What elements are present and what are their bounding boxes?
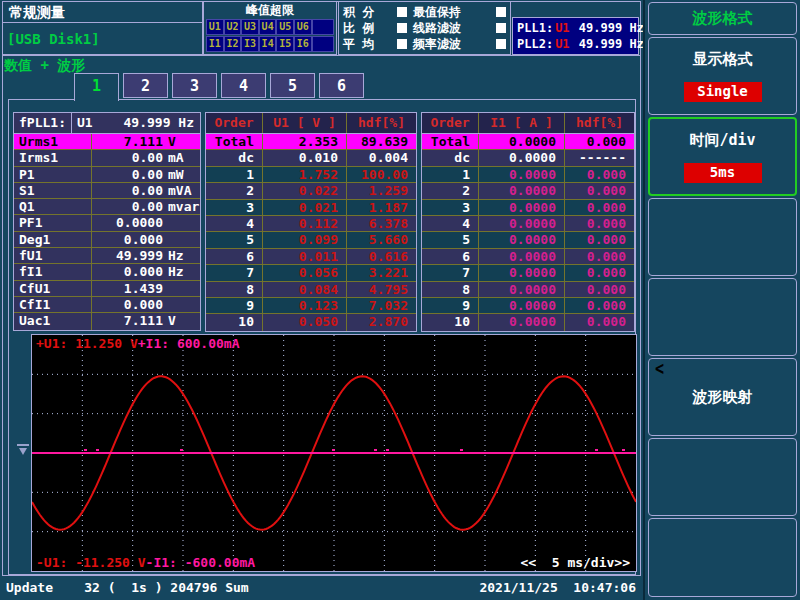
hdf-cell: 0.000 [564, 183, 634, 198]
value-cell: 0.0000 [478, 150, 564, 165]
value-cell: 0.022 [262, 183, 346, 198]
harmonics-row: 10.00000.000 [422, 167, 634, 183]
peak-row-u: U1U2U3U4U5U6 [206, 19, 334, 35]
order-cell: 5 [206, 232, 262, 247]
hdf-cell: ------ [564, 150, 634, 165]
meas-row: Urms17.111V [14, 134, 200, 150]
order-cell: 4 [422, 216, 478, 231]
softkey-value-button[interactable]: Single [684, 82, 762, 102]
meas-unit: mA [163, 150, 200, 165]
value-cell: 0.0000 [478, 249, 564, 264]
softkey-panel-4[interactable] [648, 278, 797, 356]
toggle-checkbox[interactable] [496, 7, 506, 17]
harmonics-row: dc0.0000------ [422, 150, 634, 166]
harmonics-row: 100.00000.000 [422, 314, 634, 330]
order-cell: 7 [422, 265, 478, 280]
softkey-panel-1[interactable]: 显示格式Single [648, 37, 797, 115]
pll-panel: PLL1:U1 49.999 HzPLL2:U1 49.999 Hz [512, 17, 639, 55]
meas-row: S10.00mVA [14, 183, 200, 199]
order-cell: 8 [206, 282, 262, 297]
meas-row: Uac17.111V [14, 313, 200, 329]
tab-3[interactable]: 3 [172, 73, 217, 98]
meas-row: CfI10.000 [14, 297, 200, 313]
meas-value: 0.000 [92, 232, 163, 247]
peak-channel-cell: I5 [276, 36, 294, 52]
tab-6[interactable]: 6 [319, 73, 364, 98]
value-cell: 0.0000 [478, 232, 564, 247]
toggle-label: 最值保持 [413, 4, 461, 21]
value-cell: 0.0000 [478, 298, 564, 313]
col-hdf-header: hdf[%] [564, 113, 634, 133]
hdf-cell: 100.00 [346, 167, 416, 182]
value-cell: 0.0000 [478, 314, 564, 330]
toggle-checkbox[interactable] [496, 23, 506, 33]
mode-box: 常规测量 [USB Disk1] [2, 1, 203, 55]
harmonics-row: 80.0844.795 [206, 282, 416, 298]
order-cell: dc [206, 150, 262, 165]
harmonics-row: dc0.0100.004 [206, 150, 416, 166]
toggle-checkbox[interactable] [397, 7, 407, 17]
tab-5[interactable]: 5 [270, 73, 315, 98]
meas-row: PF10.0000 [14, 215, 200, 231]
meas-value: 7.111 [92, 313, 163, 329]
value-cell: 0.050 [262, 314, 346, 330]
peak-channel-cell: U2 [224, 19, 242, 35]
waveform-display: +U1: 11.250 V+I1: 600.00mA -U1: -11.250 … [31, 334, 637, 572]
order-cell: 6 [206, 249, 262, 264]
value-cell: 0.0000 [478, 216, 564, 231]
meas-value: 0.00 [92, 183, 163, 198]
peak-channel-cell [312, 36, 334, 52]
mode-title: 常规测量 [3, 2, 202, 23]
pll-source: U1 [555, 36, 569, 52]
softkey-value-button[interactable]: 5ms [684, 163, 762, 183]
usb-disk-label: [USB Disk1] [3, 23, 202, 53]
harmonics-row: 90.00000.000 [422, 298, 634, 314]
waveform-plot [32, 335, 636, 571]
value-cell: 0.0000 [478, 265, 564, 280]
col-hdf-header: hdf[%] [346, 113, 416, 133]
softkey-panel-5[interactable]: <波形映射 [648, 358, 797, 436]
meas-value: 0.00 [92, 199, 163, 214]
meas-name: Deg1 [14, 232, 92, 247]
hdf-cell: 0.000 [564, 282, 634, 297]
softkey-panel-7[interactable] [648, 518, 797, 597]
softkey-label: 显示格式 [693, 50, 753, 69]
pll-source: U1 [555, 20, 569, 36]
order-cell: 3 [206, 200, 262, 215]
toggle-checkbox[interactable] [397, 23, 407, 33]
peak-channel-cell: I4 [259, 36, 277, 52]
toggle-checkbox[interactable] [397, 39, 407, 49]
meas-value: 0.00 [92, 167, 163, 182]
order-cell: 6 [422, 249, 478, 264]
tab-4[interactable]: 4 [221, 73, 266, 98]
order-cell: 4 [206, 216, 262, 231]
hdf-cell: 0.000 [564, 265, 634, 280]
value-cell: 0.084 [262, 282, 346, 297]
softkey-panel-3[interactable] [648, 198, 797, 276]
harmonics-row: 30.00000.000 [422, 200, 634, 216]
toggle-checkbox[interactable] [496, 39, 506, 49]
toggle-row: 比 例 [343, 21, 407, 35]
meas-unit [163, 215, 200, 230]
hdf-cell: 0.616 [346, 249, 416, 264]
peak-channel-cell: U5 [276, 19, 294, 35]
meas-name: Q1 [14, 199, 92, 214]
softkey-panel-2[interactable]: 时间/div5ms [648, 117, 797, 196]
softkey-panel-6[interactable] [648, 438, 797, 516]
meas-row: Irms10.00mA [14, 150, 200, 166]
tab-1[interactable]: 1 [74, 73, 119, 101]
value-cell: 0.0000 [478, 282, 564, 297]
tab-2[interactable]: 2 [123, 73, 168, 98]
hdf-cell: 89.639 [346, 134, 416, 149]
harmonics-row: 20.00000.000 [422, 183, 634, 199]
toggle-label: 平 均 [343, 36, 374, 53]
scroll-left-icon[interactable]: < [655, 357, 664, 380]
i1-scale-bottom: -I1: -600.00mA [146, 555, 256, 570]
pll-name: PLL1: [517, 20, 553, 36]
meas-value: 7.111 [92, 134, 163, 149]
order-cell: 1 [422, 167, 478, 182]
u1-scale-top: +U1: 11.250 V [36, 336, 138, 351]
order-cell: 2 [422, 183, 478, 198]
toggle-label: 比 例 [343, 20, 374, 37]
meas-unit: V [163, 134, 200, 149]
